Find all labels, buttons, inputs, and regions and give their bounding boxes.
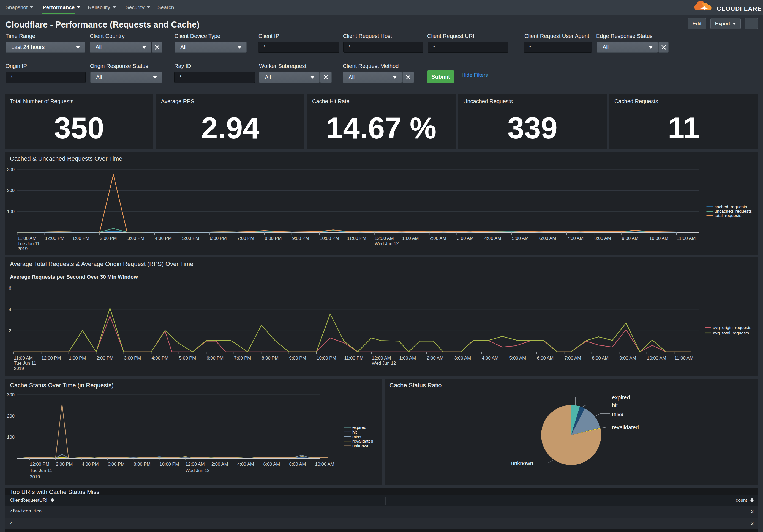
- svg-text:total_requests: total_requests: [714, 213, 741, 218]
- svg-text:hit: hit: [612, 402, 618, 408]
- svg-text:11:00 PM: 11:00 PM: [344, 355, 363, 360]
- svg-text:miss: miss: [612, 411, 623, 417]
- svg-text:1:00 AM: 1:00 AM: [399, 355, 416, 360]
- svg-text:9:00 AM: 9:00 AM: [622, 236, 639, 241]
- svg-text:300: 300: [7, 167, 15, 172]
- svg-text:1:00 PM: 1:00 PM: [69, 355, 86, 360]
- svg-text:3:00 PM: 3:00 PM: [124, 355, 141, 360]
- svg-text:5:00 AM: 5:00 AM: [509, 355, 526, 360]
- svg-text:2:00 AM: 2:00 AM: [430, 236, 446, 241]
- svg-text:200: 200: [7, 188, 15, 193]
- svg-text:11:00 PM: 11:00 PM: [347, 236, 366, 241]
- svg-text:9:00 PM: 9:00 PM: [292, 236, 309, 241]
- svg-text:100: 100: [7, 209, 15, 214]
- svg-text:2:00 AM: 2:00 AM: [211, 462, 228, 467]
- svg-text:uncached_requests: uncached_requests: [714, 209, 752, 214]
- svg-text:expired: expired: [612, 395, 630, 400]
- svg-text:7:00 PM: 7:00 PM: [237, 236, 254, 241]
- svg-text:4:00 PM: 4:00 PM: [82, 462, 99, 467]
- svg-text:unknown: unknown: [352, 443, 370, 448]
- svg-text:11:00 AM: 11:00 AM: [14, 355, 33, 360]
- svg-text:12:00 AM: 12:00 AM: [372, 355, 391, 360]
- svg-text:6:00 AM: 6:00 AM: [263, 462, 280, 467]
- svg-text:avg_origin_requests: avg_origin_requests: [713, 325, 751, 330]
- svg-text:4:00 PM: 4:00 PM: [155, 236, 172, 241]
- svg-text:10:00 PM: 10:00 PM: [320, 236, 339, 241]
- svg-text:8:00 AM: 8:00 AM: [289, 462, 306, 467]
- svg-text:100: 100: [7, 435, 15, 440]
- svg-text:2:00 PM: 2:00 PM: [97, 355, 113, 360]
- svg-text:revalidated: revalidated: [612, 424, 639, 430]
- svg-text:1:00 AM: 1:00 AM: [402, 236, 419, 241]
- svg-text:200: 200: [7, 413, 15, 418]
- svg-text:avg_total_requests: avg_total_requests: [713, 331, 749, 335]
- svg-text:9:00 PM: 9:00 PM: [289, 355, 306, 360]
- svg-text:7:00 AM: 7:00 AM: [565, 355, 581, 360]
- svg-text:2:00 PM: 2:00 PM: [100, 236, 117, 241]
- svg-text:Wed Jun 12: Wed Jun 12: [185, 468, 210, 473]
- svg-text:3:00 PM: 3:00 PM: [127, 236, 144, 241]
- svg-text:6: 6: [9, 286, 11, 291]
- svg-text:10:00 PM: 10:00 PM: [317, 355, 336, 360]
- svg-text:hit: hit: [352, 430, 357, 434]
- svg-text:1:00 PM: 1:00 PM: [72, 236, 89, 241]
- svg-text:9:00 AM: 9:00 AM: [619, 355, 636, 360]
- svg-text:12:00 AM: 12:00 AM: [375, 236, 394, 241]
- svg-text:8:00 AM: 8:00 AM: [592, 355, 609, 360]
- svg-text:7:00 AM: 7:00 AM: [567, 236, 584, 241]
- svg-text:2:00 PM: 2:00 PM: [56, 462, 73, 467]
- svg-text:6:00 PM: 6:00 PM: [210, 236, 227, 241]
- svg-text:2: 2: [9, 328, 11, 333]
- svg-text:2:00 AM: 2:00 AM: [427, 355, 444, 360]
- svg-text:7:00 PM: 7:00 PM: [234, 355, 251, 360]
- svg-text:Tue Jun 11: Tue Jun 11: [18, 241, 40, 246]
- svg-text:12:00 AM: 12:00 AM: [185, 462, 205, 467]
- svg-text:2019: 2019: [18, 246, 28, 251]
- svg-text:8:00 PM: 8:00 PM: [134, 462, 150, 467]
- svg-text:miss: miss: [352, 434, 361, 439]
- svg-text:4:00 PM: 4:00 PM: [152, 355, 168, 360]
- svg-text:10:00 AM: 10:00 AM: [649, 236, 669, 241]
- svg-text:6:00 AM: 6:00 AM: [539, 236, 556, 241]
- svg-text:2019: 2019: [14, 366, 24, 371]
- svg-text:3:00 AM: 3:00 AM: [454, 355, 471, 360]
- svg-text:2019: 2019: [30, 474, 40, 479]
- svg-text:12:00 PM: 12:00 PM: [42, 355, 61, 360]
- svg-text:cached_requests: cached_requests: [714, 204, 747, 209]
- svg-text:expired: expired: [352, 425, 366, 430]
- svg-text:12:00 PM: 12:00 PM: [30, 462, 50, 467]
- svg-text:unknown: unknown: [511, 460, 533, 466]
- svg-text:Tue Jun 11: Tue Jun 11: [14, 361, 36, 366]
- svg-text:11:00 AM: 11:00 AM: [675, 355, 694, 360]
- svg-text:revalidated: revalidated: [352, 439, 373, 443]
- svg-text:10:00 AM: 10:00 AM: [315, 462, 334, 467]
- svg-text:5:00 AM: 5:00 AM: [512, 236, 529, 241]
- svg-text:8:00 AM: 8:00 AM: [594, 236, 611, 241]
- svg-text:11:00 AM: 11:00 AM: [18, 236, 37, 241]
- svg-text:10:00 AM: 10:00 AM: [647, 355, 666, 360]
- svg-text:6:00 PM: 6:00 PM: [207, 355, 224, 360]
- svg-text:4:00 AM: 4:00 AM: [485, 236, 501, 241]
- svg-text:5:00 PM: 5:00 PM: [182, 236, 199, 241]
- svg-text:6:00 AM: 6:00 AM: [537, 355, 554, 360]
- svg-text:10:00 PM: 10:00 PM: [160, 462, 179, 467]
- svg-text:12:00 PM: 12:00 PM: [45, 236, 64, 241]
- svg-text:11:00 AM: 11:00 AM: [677, 236, 696, 241]
- svg-text:4:00 AM: 4:00 AM: [482, 355, 499, 360]
- svg-text:3:00 AM: 3:00 AM: [457, 236, 474, 241]
- svg-text:300: 300: [7, 392, 15, 397]
- svg-text:Wed Jun 12: Wed Jun 12: [372, 361, 396, 366]
- svg-text:4:00 AM: 4:00 AM: [237, 462, 254, 467]
- svg-text:5:00 PM: 5:00 PM: [179, 355, 196, 360]
- svg-text:4: 4: [9, 307, 11, 312]
- svg-text:Tue Jun 11: Tue Jun 11: [30, 468, 52, 473]
- svg-text:8:00 PM: 8:00 PM: [265, 236, 281, 241]
- svg-text:6:00 PM: 6:00 PM: [108, 462, 124, 467]
- svg-text:Wed Jun 12: Wed Jun 12: [375, 241, 399, 246]
- svg-text:8:00 PM: 8:00 PM: [262, 355, 278, 360]
